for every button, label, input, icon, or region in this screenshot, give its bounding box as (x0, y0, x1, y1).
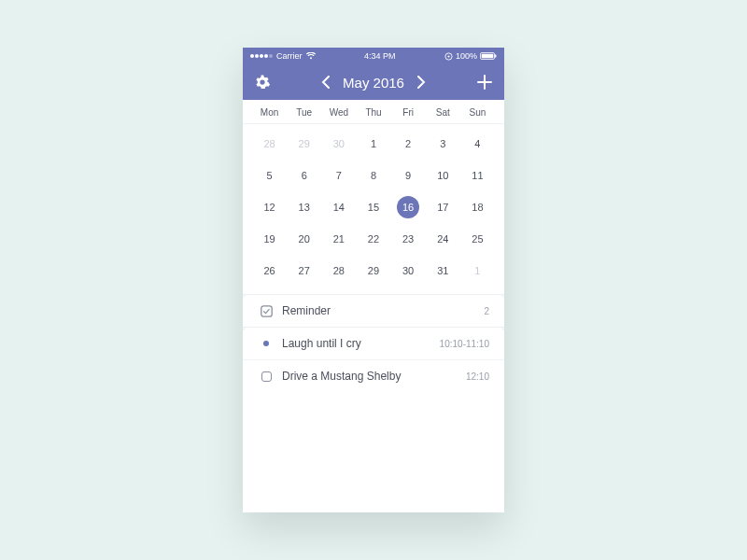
battery-label: 100% (456, 51, 477, 61)
chevron-left-icon (321, 76, 330, 89)
svg-point-1 (447, 55, 449, 57)
day-cell[interactable]: 26 (252, 255, 287, 287)
day-cell[interactable]: 14 (321, 191, 356, 223)
day-cell[interactable]: 18 (460, 191, 495, 223)
chevron-right-icon (417, 76, 426, 89)
day-cell[interactable]: 22 (356, 223, 390, 255)
day-cell[interactable]: 1 (460, 255, 495, 287)
day-cell[interactable]: 12 (252, 191, 287, 223)
event-row[interactable]: Laugh until I cry10:10-11:10 (243, 328, 504, 359)
svg-rect-4 (495, 54, 496, 57)
prev-month-button[interactable] (321, 76, 330, 89)
day-cell[interactable]: 23 (391, 223, 426, 255)
day-cell[interactable]: 25 (460, 223, 495, 255)
weekday-label: Mon (252, 107, 287, 118)
weekday-label: Tue (287, 107, 321, 118)
carrier-label: Carrier (276, 51, 303, 61)
weekday-label: Wed (321, 107, 356, 118)
settings-button[interactable] (254, 74, 271, 91)
day-cell[interactable]: 28 (252, 128, 287, 160)
weekday-label: Sun (460, 107, 495, 118)
reminder-count: 2 (484, 306, 489, 316)
day-cell[interactable]: 3 (426, 128, 460, 160)
add-event-button[interactable] (476, 74, 493, 91)
day-cell[interactable]: 21 (321, 223, 356, 255)
orientation-lock-icon (444, 52, 453, 61)
weekday-label: Thu (356, 107, 390, 118)
wifi-icon (306, 52, 316, 60)
month-title[interactable]: May 2016 (343, 75, 404, 91)
event-row[interactable]: Drive a Mustang Shelby12:10 (243, 359, 504, 392)
event-time: 12:10 (466, 371, 489, 382)
app-header: May 2016 (243, 64, 504, 100)
day-cell[interactable]: 7 (321, 160, 356, 191)
event-time: 10:10-11:10 (440, 339, 489, 349)
battery-icon (480, 52, 497, 60)
day-cell[interactable]: 6 (287, 160, 321, 191)
day-cell[interactable]: 29 (287, 128, 321, 160)
day-cell[interactable]: 4 (460, 128, 495, 160)
day-cell[interactable]: 15 (356, 191, 390, 223)
weekday-row: MonTueWedThuFriSatSun (243, 100, 504, 124)
day-cell[interactable]: 20 (287, 223, 321, 255)
day-cell[interactable]: 29 (356, 255, 390, 287)
status-time: 4:34 PM (316, 51, 444, 61)
day-cell[interactable]: 8 (356, 160, 390, 191)
day-cell[interactable]: 31 (426, 255, 460, 287)
day-cell[interactable]: 9 (391, 160, 426, 191)
day-cell[interactable]: 30 (391, 255, 426, 287)
day-cell[interactable]: 2 (391, 128, 426, 160)
weekday-label: Fri (391, 107, 426, 118)
weekday-label: Sat (426, 107, 460, 118)
event-title: Drive a Mustang Shelby (282, 370, 466, 383)
svg-rect-5 (261, 305, 271, 315)
event-title: Laugh until I cry (282, 337, 440, 350)
day-cell[interactable]: 28 (321, 255, 356, 287)
status-bar: Carrier 4:34 PM 100% (243, 48, 504, 64)
events-section: Laugh until I cry10:10-11:10Drive a Must… (243, 327, 504, 392)
day-cell[interactable]: 1 (356, 128, 390, 160)
day-cell[interactable]: 5 (252, 160, 287, 191)
day-cell[interactable]: 10 (426, 160, 460, 191)
check-square-icon (258, 305, 275, 317)
calendar-grid: 2829301234567891011121314151617181920212… (243, 124, 504, 294)
day-cell[interactable]: 11 (460, 160, 495, 191)
reminder-section[interactable]: Reminder 2 (243, 294, 504, 327)
day-cell[interactable]: 30 (321, 128, 356, 160)
next-month-button[interactable] (417, 76, 426, 89)
reminder-label: Reminder (282, 304, 484, 317)
day-cell[interactable]: 27 (287, 255, 321, 287)
day-cell[interactable]: 13 (287, 191, 321, 223)
day-cell[interactable]: 17 (426, 191, 460, 223)
plus-icon (476, 74, 493, 91)
day-cell[interactable]: 24 (426, 223, 460, 255)
checkbox-empty-icon (258, 371, 275, 382)
svg-rect-3 (482, 54, 494, 59)
signal-dots-icon (250, 54, 273, 58)
gear-icon (254, 74, 271, 91)
day-cell[interactable]: 16 (391, 191, 426, 223)
event-dot-icon (258, 341, 275, 346)
day-cell[interactable]: 19 (252, 223, 287, 255)
calendar-app: Carrier 4:34 PM 100% May 2016 (243, 48, 504, 512)
